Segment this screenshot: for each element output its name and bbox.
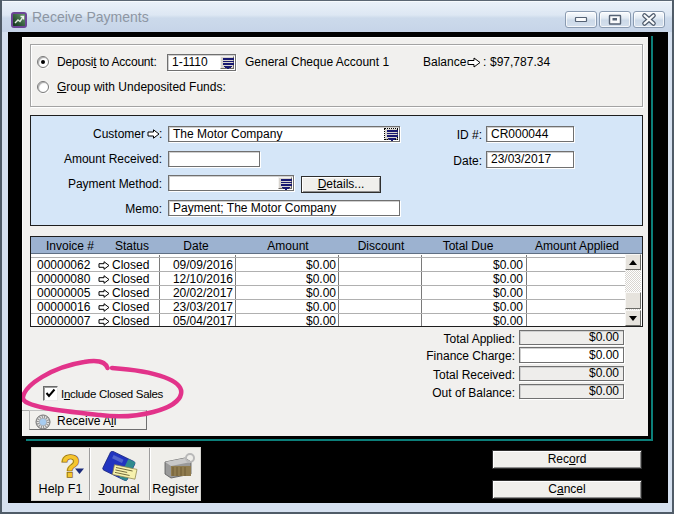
svg-text:?: ? bbox=[61, 450, 80, 482]
